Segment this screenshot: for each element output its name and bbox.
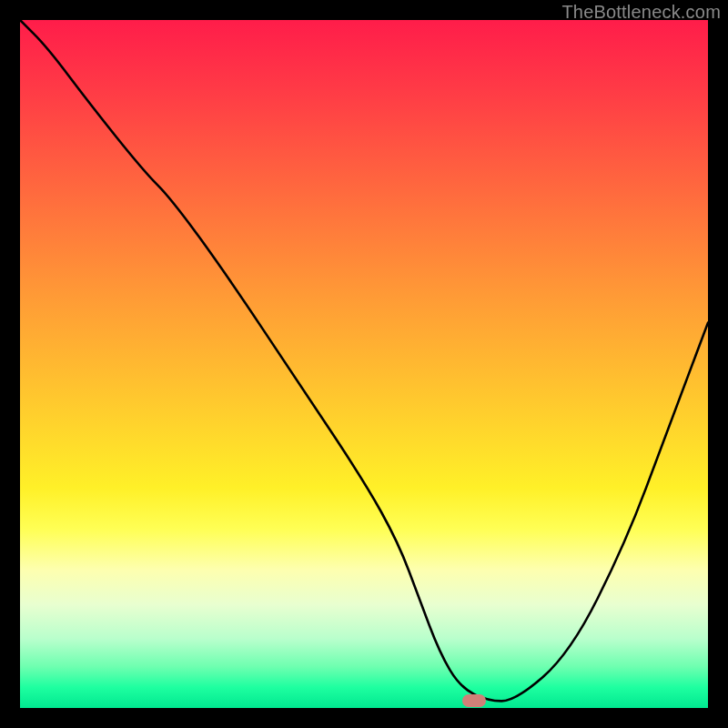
bottleneck-curve — [20, 20, 708, 708]
optimal-point-marker — [462, 694, 486, 707]
watermark-text: TheBottleneck.com — [561, 2, 721, 23]
plot-area — [20, 20, 708, 708]
chart-frame: TheBottleneck.com — [0, 0, 728, 728]
